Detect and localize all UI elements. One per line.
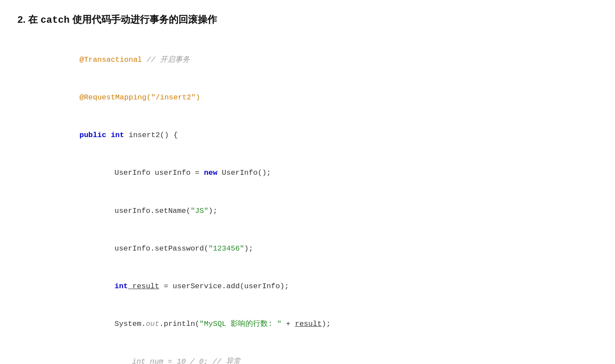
out-italic1: out	[146, 320, 160, 328]
userinfo-constructor: UserInfo();	[217, 169, 271, 177]
page-title: 2. 在 catch 使用代码手动进行事务的回滚操作	[18, 13, 597, 26]
setname-call: userInfo.setName(	[114, 207, 190, 215]
code-line-num-outside: int num = 10 / 0; // 异常	[18, 343, 597, 364]
string-password: "123456"	[208, 244, 244, 253]
code-line-annotation1: @Transactional // 开启事务	[18, 41, 597, 79]
result-rest: = userService.add(userInfo);	[159, 282, 289, 290]
string-mysql: "MySQL 影响的行数: "	[199, 320, 281, 328]
comment-kaiqishiwu: // 开启事务	[142, 56, 190, 64]
title-suffix: 使用代码手动进行事务的回滚操作	[70, 14, 217, 25]
underline: result	[128, 282, 159, 290]
annotation-transactional: @Transactional	[79, 56, 142, 64]
code-line-result: int result = userService.add(userInfo);	[18, 268, 597, 305]
page-container: 2. 在 catch 使用代码手动进行事务的回滚操作 @Transactiona…	[18, 13, 597, 364]
setpassword-call: userInfo.setPassword(	[114, 244, 208, 253]
system-out1: System.	[114, 320, 146, 328]
title-prefix: 2. 在	[18, 14, 41, 25]
string-js: "JS"	[191, 207, 209, 215]
code-block: @Transactional // 开启事务 @RequestMapping("…	[18, 37, 597, 364]
code-line-annotation2: @RequestMapping("/insert2")	[18, 79, 597, 117]
code-line-userinfo: UserInfo userInfo = new UserInfo();	[18, 154, 597, 192]
keyword-new: new	[204, 169, 217, 177]
keyword-public: public	[79, 131, 110, 139]
annotation-requestmapping: @RequestMapping("/insert2")	[79, 93, 200, 102]
method-sig-rest: insert2() {	[124, 131, 178, 139]
code-line-println1: System.out.println("MySQL 影响的行数: " + res…	[18, 305, 597, 343]
keyword-int-2: int	[114, 282, 128, 290]
println1-end: + result);	[281, 320, 331, 328]
code-line-method-sig: public int insert2() {	[18, 117, 597, 154]
userinfo-decl: UserInfo userInfo =	[114, 169, 204, 177]
int-num-outside: int num = 10 / 0; // 异常	[132, 357, 241, 364]
code-line-setname: userInfo.setName("JS");	[18, 192, 597, 230]
println1: .println(	[159, 320, 199, 328]
setname-end: );	[208, 207, 217, 215]
title-keyword: catch	[41, 15, 70, 26]
code-line-setpassword: userInfo.setPassword("123456");	[18, 230, 597, 268]
setpassword-end: );	[244, 244, 253, 253]
keyword-int-1: int	[111, 131, 124, 139]
